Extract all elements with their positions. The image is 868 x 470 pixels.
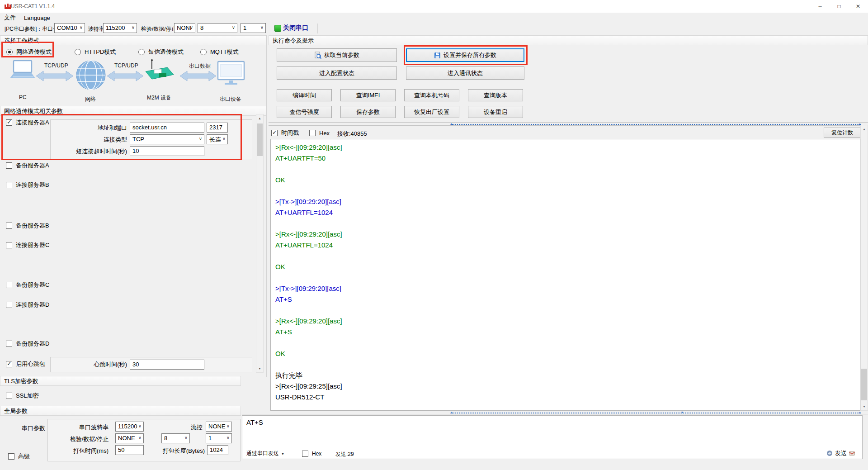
connect-server-b-row[interactable]: 连接服务器B (6, 181, 49, 189)
backup-server-d-checkbox[interactable] (6, 341, 12, 347)
backup-server-b-row[interactable]: 备份服务器B (6, 222, 49, 230)
save-params-button[interactable]: 保存参数 (340, 106, 396, 118)
mode-httpd[interactable]: HTTPD模式 (75, 48, 116, 56)
conn-type-select[interactable]: TCP (130, 134, 204, 144)
mode-mqtt[interactable]: MQTT模式 (200, 48, 239, 56)
log-line: USR-DR512-CT (275, 392, 855, 403)
query-signal-button[interactable]: 查信号强度 (277, 106, 332, 118)
short-conn-timeout-input[interactable]: 10 (130, 146, 204, 156)
log-scrollbar[interactable]: ▲ ▼ (860, 125, 868, 411)
reset-counter-button[interactable]: 复位计数 (824, 128, 861, 138)
global-parity-select[interactable]: NONE (115, 433, 144, 443)
send-via-serial-dropdown[interactable]: 通过串口发送 (246, 449, 284, 458)
send-hex-checkbox[interactable] (302, 451, 308, 457)
app-icon (4, 3, 11, 10)
baud-select[interactable]: 115200 (103, 23, 137, 33)
send-hex-row[interactable]: Hex (302, 450, 321, 458)
heartbeat-enable-checkbox[interactable] (6, 361, 12, 367)
timestamp-checkbox[interactable] (271, 130, 278, 136)
com-port-select[interactable]: COM10 (54, 23, 85, 33)
log-scrollbar-thumb[interactable] (861, 369, 867, 400)
log-top-splitter[interactable]: ▴ ▴ (269, 122, 868, 126)
heartbeat-enable-row[interactable]: 启用心跳包 (6, 360, 45, 368)
flow-select[interactable]: NONE (206, 422, 232, 432)
packlen-input[interactable]: 1024 (207, 445, 228, 455)
maximize-button[interactable] (830, 0, 849, 13)
menu-language[interactable]: Language (20, 14, 54, 21)
global-baud-select[interactable]: 115200 (115, 422, 144, 432)
compile-time-label: 编译时间 (292, 91, 316, 100)
menu-file[interactable]: 文件 (0, 14, 20, 22)
backup-server-a-checkbox[interactable] (6, 162, 12, 169)
close-port-button[interactable]: 关闭串口 (283, 24, 308, 32)
databits-select[interactable]: 8 (198, 23, 237, 33)
log-line: 执行完毕 (275, 370, 855, 381)
enter-comm-state-label: 进入通讯状态 (448, 69, 483, 77)
global-databits-select[interactable]: 8 (161, 433, 190, 443)
backup-server-a-row[interactable]: 备份服务器A (6, 161, 49, 170)
device-restart-button[interactable]: 设备重启 (468, 106, 523, 118)
radio-icon[interactable] (6, 49, 13, 55)
set-save-all-params-button[interactable]: 设置并保存所有参数 (406, 48, 524, 62)
log-line: OK (275, 348, 855, 359)
connect-server-d-row[interactable]: 连接服务器D (6, 301, 49, 309)
stopbits-select[interactable]: 1 (241, 23, 266, 33)
log-hex-row[interactable]: Hex (309, 129, 330, 137)
keepalive-value: 长连 (209, 136, 221, 143)
port-open-indicator-icon (274, 25, 281, 32)
enter-comm-state-button[interactable]: 进入通讯状态 (406, 66, 524, 80)
log-hex-checkbox[interactable] (309, 130, 316, 136)
send-input[interactable]: AT+S (246, 418, 263, 426)
enter-config-state-button[interactable]: 进入配置状态 (277, 66, 397, 80)
log-line: OK (275, 175, 855, 185)
keepalive-select[interactable]: 长连 (207, 134, 228, 144)
connect-server-a-row[interactable]: 连接服务器A (6, 119, 49, 127)
global-stopbits-select[interactable]: 1 (206, 433, 232, 443)
backup-server-c-row[interactable]: 备份服务器C (6, 281, 49, 289)
log-line: AT+UARTFL=1024 (275, 207, 855, 218)
radio-icon[interactable] (138, 49, 145, 55)
backup-server-b-checkbox[interactable] (6, 223, 12, 229)
log-output[interactable]: >[Rx<-][09:29:20][asc]AT+UARTFT=50OK>[Tx… (270, 139, 860, 411)
connect-server-b-checkbox[interactable] (6, 182, 12, 188)
connect-server-c-row[interactable]: 连接服务器C (6, 241, 49, 249)
mode-sms-transparent[interactable]: 短信透传模式 (138, 48, 184, 56)
query-local-number-button[interactable]: 查询本机号码 (404, 89, 459, 101)
packtime-input[interactable]: 50 (115, 445, 144, 455)
query-imei-button[interactable]: 查询IMEI (340, 89, 396, 101)
save-params-label: 保存参数 (356, 108, 380, 116)
ssl-checkbox[interactable] (6, 393, 12, 399)
link2-label: TCP/UDP (114, 62, 138, 69)
advanced-row[interactable]: 高级 (8, 452, 30, 461)
left-scrollbar-thumb[interactable] (257, 123, 263, 156)
minimize-button[interactable] (811, 0, 830, 13)
send-button[interactable]: 发送 (826, 449, 855, 458)
backup-server-d-row[interactable]: 备份服务器D (6, 340, 49, 348)
send-button-label: 发送 (835, 449, 847, 457)
query-version-button[interactable]: 查询版本 (468, 89, 523, 101)
connect-server-a-checkbox[interactable] (6, 119, 12, 126)
log-line (275, 272, 855, 283)
compile-time-button[interactable]: 编译时间 (277, 89, 332, 101)
advanced-checkbox[interactable] (8, 453, 14, 460)
connect-server-c-checkbox[interactable] (6, 242, 12, 248)
factory-reset-button[interactable]: 恢复出厂设置 (404, 106, 459, 118)
radio-icon[interactable] (75, 49, 81, 55)
left-panel-scrollbar[interactable]: ▲ ▼ (256, 114, 264, 373)
query-imei-label: 查询IMEI (356, 91, 380, 100)
close-button[interactable] (849, 0, 868, 13)
send-splitter[interactable]: ▴ ▾ ▴ (242, 411, 868, 414)
heartbeat-time-input[interactable]: 30 (130, 360, 204, 370)
parity-select[interactable]: NONI (174, 23, 195, 33)
ssl-row[interactable]: SSL加密 (6, 392, 39, 400)
recv-counter: 接收:40855 (337, 130, 367, 138)
mode-net-transparent[interactable]: 网络透传模式 (6, 48, 52, 56)
server-a-address-input[interactable]: socket.usr.cn (130, 123, 204, 133)
server-a-port-input[interactable]: 2317 (207, 123, 228, 133)
get-current-params-button[interactable]: 获取当前参数 (277, 48, 397, 62)
timestamp-row[interactable]: 时间戳 (271, 129, 299, 137)
backup-server-c-checkbox[interactable] (6, 282, 12, 288)
radio-icon[interactable] (200, 49, 207, 55)
short-conn-timeout-value: 10 (132, 147, 139, 154)
connect-server-d-checkbox[interactable] (6, 302, 12, 308)
